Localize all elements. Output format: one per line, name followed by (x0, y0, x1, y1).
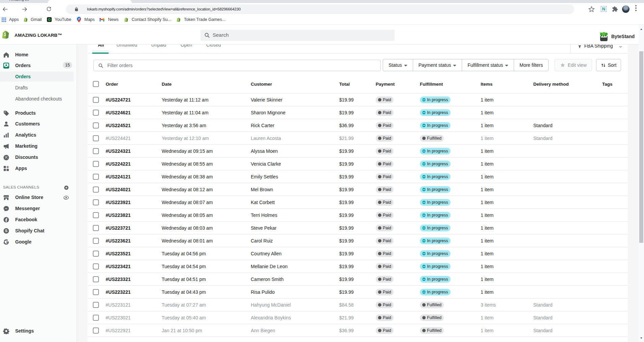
svg-text:S: S (5, 229, 7, 233)
